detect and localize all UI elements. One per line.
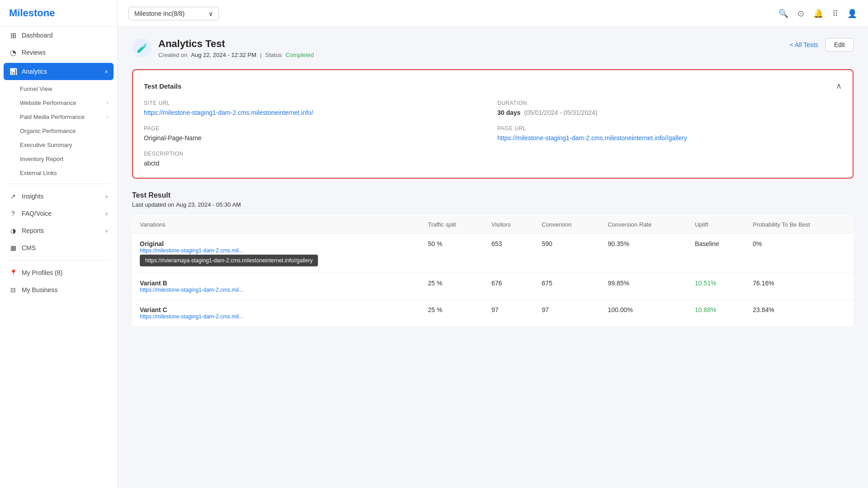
cms-icon: ▦ — [9, 244, 17, 252]
card-grid: Site URL https://milestone-staging1-dam-… — [144, 100, 842, 167]
top-bar-left: Milestone Inc(8/8) ∨ — [128, 7, 219, 20]
cell-traffic-split: 50 % — [421, 234, 484, 273]
status-badge: Completed — [285, 52, 314, 58]
sidebar-item-my-profiles[interactable]: 📍 My Profiles (8) — [0, 264, 117, 281]
cell-traffic-split: 25 % — [421, 300, 484, 327]
cell-variations: Original https://milestone-staging1-dam-… — [133, 234, 421, 273]
all-tests-link[interactable]: < All Tests — [790, 41, 818, 48]
test-result-meta: Last updated on Aug 23, 2024 - 05:30 AM — [132, 201, 854, 208]
search-icon[interactable]: 🔍 — [778, 9, 788, 19]
sidebar-item-executive-summary[interactable]: Executive Summary — [0, 138, 117, 152]
main-wrap: Milestone Inc(8/8) ∨ 🔍 ⊙ 🔔 ⠿ 👤 🧪 Analyti… — [118, 0, 868, 488]
reviews-icon: ◔ — [9, 48, 17, 57]
col-conversion-rate: Conversion Rate — [601, 216, 688, 234]
sidebar-divider — [7, 184, 110, 184]
sidebar-item-website-performance[interactable]: Website Performance › — [0, 96, 117, 110]
top-bar: Milestone Inc(8/8) ∨ 🔍 ⊙ 🔔 ⠿ 👤 — [118, 0, 868, 27]
col-uplift: Uplift — [688, 216, 745, 234]
sidebar-item-my-business[interactable]: ⊟ My Business — [0, 281, 117, 298]
table-row: Variant C https://milestone-staging1-dam… — [133, 300, 854, 327]
test-details-card: Test Details ∧ Site URL https://mileston… — [132, 69, 854, 179]
site-url-value[interactable]: https://milestone-staging1-dam-2.cms.mil… — [144, 109, 489, 116]
analytics-chevron-icon: ∧ — [104, 69, 108, 75]
insights-chevron-icon: ∨ — [105, 194, 108, 199]
duration-label: Duration — [498, 100, 842, 106]
cell-probability: 23.84% — [745, 300, 853, 327]
cell-uplift: 10.68% — [688, 300, 745, 327]
help-icon[interactable]: ⊙ — [797, 9, 804, 19]
sidebar: Milestone ⊞ Dashboard ◔ Reviews 📊 Analyt… — [0, 0, 118, 488]
cell-probability: 0% — [745, 234, 853, 273]
collapse-button[interactable]: ∧ — [836, 81, 842, 91]
reports-icon: ◑ — [9, 227, 17, 235]
logo: Milestone — [0, 0, 117, 27]
table-header: Variations Traffic split Visitors Conver… — [133, 216, 854, 234]
url-tooltip: https://rivieramaya-staging1-dam-2.cms.m… — [140, 255, 318, 266]
col-probability: Probability To Be Best — [745, 216, 853, 234]
card-header: Test Details ∧ — [144, 81, 842, 91]
duration-field: Duration 30 days (05/01/2024 - 05/31/202… — [498, 100, 842, 116]
col-conversion: Conversion — [535, 216, 601, 234]
page-header: 🧪 Analytics Test Created on Aug 22, 2024… — [132, 38, 854, 58]
cell-traffic-split: 25 % — [421, 273, 484, 300]
org-selector[interactable]: Milestone Inc(8/8) ∨ — [128, 7, 219, 20]
sidebar-item-organic-performance[interactable]: Organic Performance — [0, 124, 117, 138]
col-visitors: Visitors — [484, 216, 535, 234]
cell-uplift: Baseline — [688, 234, 745, 273]
page-title-block: Analytics Test Created on Aug 22, 2024 -… — [158, 38, 314, 58]
test-result-section: Test Result Last updated on Aug 23, 2024… — [132, 191, 854, 327]
site-url-field: Site URL https://milestone-staging1-dam-… — [144, 100, 489, 116]
paid-media-chevron-icon: › — [107, 114, 108, 119]
site-url-label: Site URL — [144, 100, 489, 106]
sidebar-item-cms[interactable]: ▦ CMS — [0, 239, 117, 256]
content-area: 🧪 Analytics Test Created on Aug 22, 2024… — [118, 27, 868, 488]
cell-visitors: 676 — [484, 273, 535, 300]
duration-value: 30 days (05/01/2024 - 05/31/2024) — [498, 109, 842, 116]
description-label: Description — [144, 151, 489, 157]
cell-visitors: 653 — [484, 234, 535, 273]
page-field: Page Original-Page-Name — [144, 125, 489, 142]
page-header-right: < All Tests Edit — [790, 38, 854, 52]
sidebar-item-paid-media-performance[interactable]: Paid Media Performance › — [0, 110, 117, 124]
page-url-field: Page URL https://milestone-staging1-dam-… — [498, 125, 842, 142]
website-performance-chevron-icon: › — [107, 100, 108, 105]
cell-visitors: 97 — [484, 300, 535, 327]
sidebar-item-reports[interactable]: ◑ Reports ∨ — [0, 222, 117, 239]
cell-conversion: 675 — [535, 273, 601, 300]
sidebar-item-dashboard[interactable]: ⊞ Dashboard — [0, 27, 117, 44]
analytics-icon: 📊 — [9, 67, 17, 76]
page-url-value[interactable]: https://milestone-staging1-dam-2.cms.mil… — [498, 134, 842, 142]
description-value: abctd — [144, 160, 489, 167]
my-business-icon: ⊟ — [9, 286, 17, 294]
top-bar-icons: 🔍 ⊙ 🔔 ⠿ 👤 — [778, 9, 857, 19]
page-meta: Created on Aug 22, 2024 - 12:32 PM | Sta… — [158, 52, 314, 58]
dashboard-icon: ⊞ — [9, 31, 17, 39]
page-url-label: Page URL — [498, 125, 842, 132]
table-body: Original https://milestone-staging1-dam-… — [133, 234, 854, 327]
page-title: Analytics Test — [158, 38, 314, 50]
bell-icon[interactable]: 🔔 — [813, 9, 823, 19]
grid-icon[interactable]: ⠿ — [832, 9, 838, 19]
sidebar-item-inventory-report[interactable]: Inventory Report — [0, 152, 117, 166]
cell-probability: 76.16% — [745, 273, 853, 300]
sidebar-item-insights[interactable]: ↗ Insights ∨ — [0, 188, 117, 205]
faq-icon: ? — [9, 209, 17, 218]
sidebar-item-faq-voice[interactable]: ? FAQ/Voice ∨ — [0, 205, 117, 222]
sidebar-item-analytics[interactable]: 📊 Analytics ∧ — [4, 63, 114, 80]
cell-conversion: 590 — [535, 234, 601, 273]
page-icon: 🧪 — [132, 38, 152, 58]
user-icon[interactable]: 👤 — [847, 9, 857, 19]
cell-conversion: 97 — [535, 300, 601, 327]
sidebar-item-reviews[interactable]: ◔ Reviews — [0, 44, 117, 61]
edit-button[interactable]: Edit — [825, 38, 854, 52]
page-value: Original-Page-Name — [144, 134, 489, 142]
sidebar-item-external-links[interactable]: External Links — [0, 166, 117, 180]
table-row: Variant B https://milestone-staging1-dam… — [133, 273, 854, 300]
cell-variations: Variant C https://milestone-staging1-dam… — [133, 300, 421, 327]
test-flask-icon: 🧪 — [137, 43, 148, 53]
card-title: Test Details — [144, 82, 181, 90]
insights-icon: ↗ — [9, 192, 17, 200]
table-row: Original https://milestone-staging1-dam-… — [133, 234, 854, 273]
cell-conversion-rate: 90.35% — [601, 234, 688, 273]
sidebar-item-funnel-view[interactable]: Funnel View — [0, 82, 117, 96]
